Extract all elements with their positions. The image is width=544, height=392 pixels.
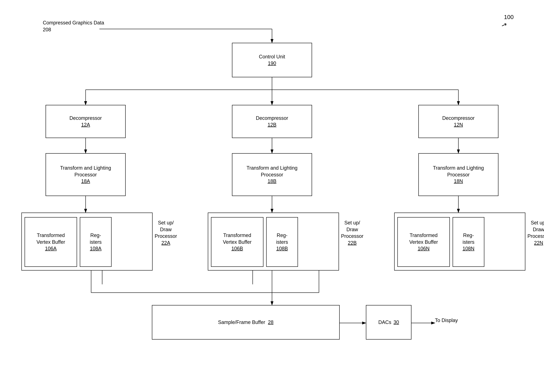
tvb-b-box: Transformed Vertex Buffer 106B [211, 217, 263, 267]
tvb-a-box: Transformed Vertex Buffer 106A [24, 217, 77, 267]
decompressor-a-box: Decompressor 12A [46, 105, 126, 138]
control-unit-box: Control Unit 190 [232, 43, 312, 77]
dacs-box: DACs 30 [366, 305, 411, 339]
tlp-b-box: Transform and Lighting Processor 18B [232, 153, 312, 196]
to-display-label: To Display [435, 317, 458, 323]
tvb-n-box: Transformed Vertex Buffer 106N [397, 217, 450, 267]
reg-n-box: Reg- isters 108N [453, 217, 484, 267]
decompressor-b-box: Decompressor 12B [232, 105, 312, 138]
figure-arrow: ↙ [500, 21, 508, 30]
setup-a-label: Set up/DrawProcessor 22A [155, 219, 177, 246]
tlp-a-box: Transform and Lighting Processor 18A [46, 153, 126, 196]
sample-frame-buffer-box: Sample/Frame Buffer 28 [152, 305, 340, 339]
group-b-outer-box: Transformed Vertex Buffer 106B Reg- iste… [208, 213, 339, 270]
diagram: 100 ↙ Compressed Graphics Data 208 [0, 0, 544, 392]
decompressor-n-box: Decompressor 12N [418, 105, 498, 138]
figure-number: 100 [504, 14, 514, 20]
group-a-outer-box: Transformed Vertex Buffer 106A Reg- iste… [21, 213, 153, 270]
setup-n-label: Set up/DrawProcessor 22N [527, 219, 544, 246]
tlp-n-box: Transform and Lighting Processor 18N [418, 153, 498, 196]
reg-b-box: Reg- isters 108B [266, 217, 298, 267]
compressed-data-label: Compressed Graphics Data 208 [43, 19, 104, 33]
reg-a-box: Reg- isters 108A [80, 217, 112, 267]
setup-b-label: Set up/DrawProcessor 22B [341, 219, 363, 246]
group-n-outer-box: Transformed Vertex Buffer 106N Reg- iste… [394, 213, 525, 270]
